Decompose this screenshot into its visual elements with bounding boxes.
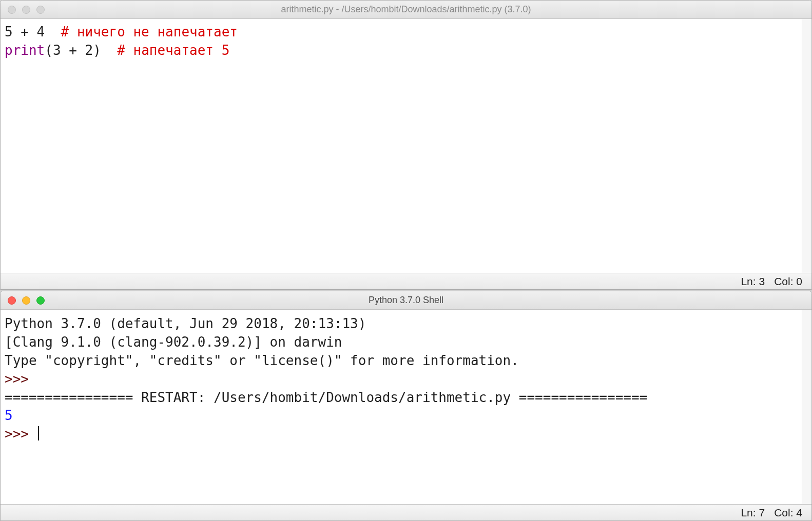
ln-label: Ln: <box>741 507 759 518</box>
editor-title: arithmetic.py - /Users/hombit/Downloads/… <box>1 4 811 15</box>
editor-titlebar: arithmetic.py - /Users/hombit/Downloads/… <box>1 1 811 19</box>
prompt: >>> <box>5 371 37 387</box>
banner-line: [Clang 9.1.0 (clang-902.0.39.2)] on darw… <box>5 334 342 350</box>
code-builtin: print <box>5 43 45 58</box>
shell-statusbar: Ln: 7 Col: 4 <box>1 504 811 520</box>
shell-window: Python 3.7.0 Shell Python 3.7.0 (default… <box>0 291 812 521</box>
banner-line: Type "copyright", "credits" or "license(… <box>5 353 519 368</box>
col-label: Col: <box>774 507 796 518</box>
zoom-button[interactable] <box>36 6 45 14</box>
ln-label: Ln: <box>741 275 759 287</box>
editor-window: arithmetic.py - /Users/hombit/Downloads/… <box>0 0 812 290</box>
close-button[interactable] <box>8 296 16 305</box>
banner-line: Python 3.7.0 (default, Jun 29 2018, 20:1… <box>5 316 374 331</box>
editor-traffic-lights <box>8 6 45 14</box>
minimize-button[interactable] <box>22 296 30 305</box>
col-label: Col: <box>774 275 796 287</box>
shell-scrollbar[interactable] <box>802 310 811 504</box>
shell-traffic-lights <box>8 296 45 305</box>
shell-line-indicator: Ln: 7 <box>741 507 765 519</box>
prompt: >>> <box>5 426 37 442</box>
shell-col-indicator: Col: 4 <box>774 507 802 519</box>
ln-value: 7 <box>759 507 765 518</box>
restart-line: ================ RESTART: /Users/hombit/… <box>5 390 647 405</box>
close-button[interactable] <box>8 6 16 14</box>
editor-scrollbar[interactable] <box>802 19 811 273</box>
code-comment: # ничего не напечатает <box>61 24 238 39</box>
editor-col-indicator: Col: 0 <box>774 275 802 288</box>
output-line: 5 <box>5 408 13 423</box>
shell-text-area[interactable]: Python 3.7.0 (default, Jun 29 2018, 20:1… <box>1 310 811 504</box>
zoom-button[interactable] <box>36 296 45 305</box>
editor-line-indicator: Ln: 3 <box>741 275 765 288</box>
code-comment: # напечатает 5 <box>117 43 229 58</box>
editor-text-area[interactable]: 5 + 4 # ничего не напечатает print(3 + 2… <box>1 19 811 273</box>
col-value: 0 <box>796 275 802 287</box>
code-text: (3 + 2) <box>45 43 117 58</box>
shell-title: Python 3.7.0 Shell <box>1 295 811 306</box>
col-value: 4 <box>796 507 802 518</box>
shell-titlebar: Python 3.7.0 Shell <box>1 291 811 310</box>
code-text: 5 + 4 <box>5 24 61 39</box>
text-cursor-icon <box>38 426 39 440</box>
ln-value: 3 <box>759 275 765 287</box>
editor-statusbar: Ln: 3 Col: 0 <box>1 273 811 289</box>
minimize-button[interactable] <box>22 6 30 14</box>
